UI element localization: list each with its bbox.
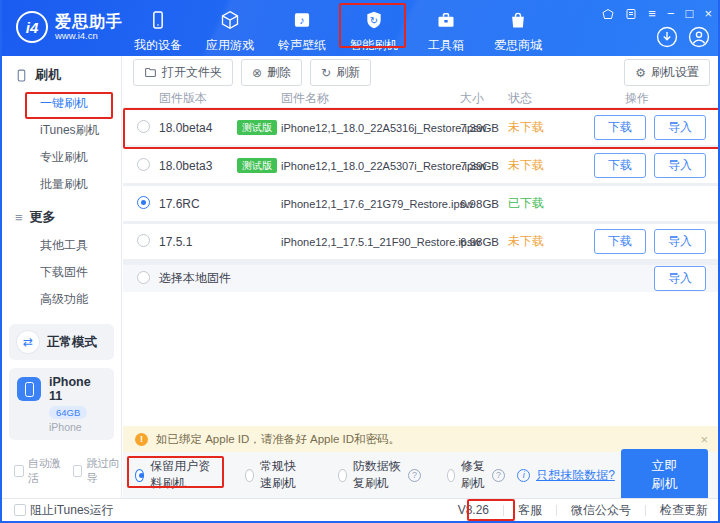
import-button[interactable]: 导入 xyxy=(654,266,706,291)
sidebar-section-more: ≡ 更多 xyxy=(2,198,121,232)
sidebar-item-itunes-flash[interactable]: iTunes刷机 xyxy=(2,117,121,143)
import-button[interactable]: 导入 xyxy=(654,115,706,140)
option-keep-user-data[interactable]: 保留用户资料刷机 xyxy=(135,458,213,492)
user-account-icon[interactable] xyxy=(688,26,710,51)
svg-text:↻: ↻ xyxy=(370,15,378,26)
help-icon[interactable]: ? xyxy=(408,469,421,482)
help-icon[interactable]: ? xyxy=(492,469,505,482)
nav-smart-flash[interactable]: ↻ 智能刷机 xyxy=(338,7,410,54)
sidebar-item-pro-flash[interactable]: 专业刷机 xyxy=(2,144,121,170)
flash-now-button[interactable]: 立即刷机 xyxy=(621,449,708,501)
shop-bag-icon xyxy=(508,10,528,33)
firmware-version: 17.6RC xyxy=(159,197,237,211)
col-status: 状态 xyxy=(508,90,568,107)
firmware-row[interactable]: 18.0beta3 测试版 iPhone12,1_18.0_22A5307i_R… xyxy=(123,148,720,186)
device-card[interactable]: iPhone 11 64GB iPhone xyxy=(9,368,114,440)
open-folder-button[interactable]: 打开文件夹 xyxy=(133,59,233,86)
option-label: 防数据恢复刷机 xyxy=(353,458,402,492)
nav-apps-games[interactable]: 应用游戏 xyxy=(194,7,266,54)
checkbox-label: 阻止iTunes运行 xyxy=(30,502,114,519)
wechat-link[interactable]: 微信公众号 xyxy=(557,502,645,519)
info-icon[interactable]: i xyxy=(517,469,530,482)
firmware-version: 18.0beta4 xyxy=(159,121,237,135)
option-radio-selected[interactable] xyxy=(135,469,144,482)
nav-aisi-store[interactable]: 爱思商城 xyxy=(482,7,554,54)
checkbox-label: 跳过向导 xyxy=(86,456,121,486)
option-radio[interactable] xyxy=(447,469,455,482)
flash-settings-button[interactable]: ⚙ 刷机设置 xyxy=(624,59,710,86)
support-link[interactable]: 客服 xyxy=(504,502,556,519)
note-icon[interactable] xyxy=(625,8,637,20)
auto-activate-checkbox[interactable]: 自动激活 xyxy=(14,456,63,486)
import-button[interactable]: 导入 xyxy=(654,153,706,178)
status-bar: 阻止iTunes运行 V8.26 客服 微信公众号 检查更新 xyxy=(2,498,720,521)
option-label: 保留用户资料刷机 xyxy=(150,458,213,492)
flash-options-bar: 保留用户资料刷机 常规快速刷机 防数据恢复刷机 ? 修复刷机 ? i 只想抹除数… xyxy=(123,452,720,498)
check-update-link[interactable]: 检查更新 xyxy=(646,502,710,519)
beta-badge: 测试版 xyxy=(237,120,277,135)
firmware-row[interactable]: 17.6RC iPhone12,1_17.6_21G79_Restore.ips… xyxy=(123,186,720,224)
sidebar-item-one-click-flash[interactable]: 一键刷机 xyxy=(2,90,121,116)
firmware-size: 7.39GB xyxy=(460,160,508,172)
delete-icon: ⊗ xyxy=(252,68,262,78)
status-badge: 未下载 xyxy=(508,119,568,136)
shield-flash-icon: ↻ xyxy=(364,10,384,33)
download-manager-icon[interactable] xyxy=(656,26,678,51)
theme-skin-icon[interactable] xyxy=(602,8,614,20)
minimize-icon[interactable]: − xyxy=(667,7,675,20)
option-repair-flash[interactable]: 修复刷机 ? xyxy=(447,458,505,492)
firmware-size: 7.39GB xyxy=(460,122,508,134)
brand-name: 爱思助手 xyxy=(55,13,123,30)
block-itunes-checkbox[interactable]: 阻止iTunes运行 xyxy=(14,502,114,519)
option-anti-data-recovery[interactable]: 防数据恢复刷机 ? xyxy=(338,458,421,492)
sidebar-item-advanced[interactable]: 高级功能 xyxy=(2,286,121,312)
col-firmware-name: 固件名称 xyxy=(281,90,460,107)
nav-toolbox[interactable]: 工具箱 xyxy=(410,7,482,54)
skip-wizard-checkbox[interactable]: 跳过向导 xyxy=(73,456,122,486)
nav-my-devices[interactable]: 我的设备 xyxy=(122,7,194,54)
nav-ringtones-wallpapers[interactable]: ♪ 铃声壁纸 xyxy=(266,7,338,54)
nav-label: 爱思商城 xyxy=(494,37,542,54)
device-mode-card[interactable]: ⇄ 正常模式 xyxy=(9,324,114,360)
firmware-radio-selected[interactable] xyxy=(137,196,150,209)
toolbox-icon xyxy=(436,10,456,33)
download-button[interactable]: 下载 xyxy=(594,153,646,178)
firmware-name: iPhone12,1_17.5.1_21F90_Restore.ipsw xyxy=(281,236,460,248)
header-round-icons xyxy=(656,26,710,51)
nav-label: 铃声壁纸 xyxy=(278,37,326,54)
phone-icon xyxy=(15,69,28,82)
option-radio[interactable] xyxy=(245,469,254,482)
option-radio[interactable] xyxy=(338,469,346,482)
app-window: i4 爱思助手 www.i4.cn 我的设备 应用游戏 ♪ 铃声壁纸 ↻ 智能刷… xyxy=(0,0,720,523)
button-label: 刷新 xyxy=(336,64,360,81)
option-normal-fast-flash[interactable]: 常规快速刷机 xyxy=(245,458,307,492)
window-controls: ≡ − □ × xyxy=(602,7,712,20)
sidebar-item-batch-flash[interactable]: 批量刷机 xyxy=(2,171,121,197)
button-label: 刷机设置 xyxy=(651,64,699,81)
menu-icon[interactable]: ≡ xyxy=(648,7,656,20)
import-button[interactable]: 导入 xyxy=(654,229,706,254)
refresh-button[interactable]: ↻ 刷新 xyxy=(310,59,371,86)
maximize-icon[interactable]: □ xyxy=(686,7,694,20)
firmware-radio[interactable] xyxy=(137,271,150,284)
select-local-firmware-label: 选择本地固件 xyxy=(159,270,237,287)
mode-swap-icon: ⇄ xyxy=(17,331,39,353)
download-button[interactable]: 下载 xyxy=(594,229,646,254)
firmware-radio[interactable] xyxy=(137,158,150,171)
more-icon: ≡ xyxy=(15,210,23,225)
close-icon[interactable]: × xyxy=(704,7,712,20)
notice-close-icon[interactable]: × xyxy=(700,432,708,447)
button-label: 打开文件夹 xyxy=(162,64,222,81)
iphone-icon xyxy=(17,377,41,401)
firmware-row[interactable]: 18.0beta4 测试版 iPhone12,1_18.0_22A5316j_R… xyxy=(123,110,720,148)
firmware-row[interactable]: 17.5.1 iPhone12,1_17.5.1_21F90_Restore.i… xyxy=(123,224,720,262)
sidebar-item-other-tools[interactable]: 其他工具 xyxy=(2,232,121,258)
erase-data-link[interactable]: 只想抹除数据? xyxy=(536,467,615,484)
firmware-radio[interactable] xyxy=(137,234,150,247)
firmware-radio[interactable] xyxy=(137,120,150,133)
download-button[interactable]: 下载 xyxy=(594,115,646,140)
local-firmware-row[interactable]: 选择本地固件 导入 xyxy=(123,262,720,292)
main-content: 打开文件夹 ⊗ 删除 ↻ 刷新 ⚙ 刷机设置 固件版本 固件名称 大小 状态 操… xyxy=(123,56,720,498)
delete-button[interactable]: ⊗ 删除 xyxy=(241,59,302,86)
sidebar-item-download-firmware[interactable]: 下载固件 xyxy=(2,259,121,285)
